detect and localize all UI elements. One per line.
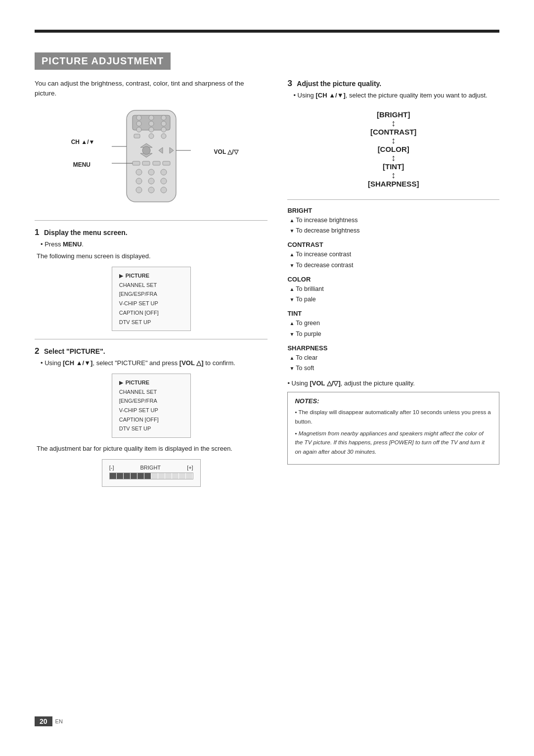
svg-point-3	[149, 115, 154, 120]
divider-2	[35, 339, 267, 339]
intro-text: You can adjust the brightness, contrast,…	[35, 79, 267, 99]
color-down: To pale	[289, 294, 499, 305]
attr-list-bright: To increase brightness To decrease brigh…	[289, 215, 499, 236]
svg-point-2	[136, 115, 141, 120]
svg-rect-22	[163, 161, 170, 165]
quality-item-bright: [BRIGHT]	[377, 111, 410, 118]
attr-list-tint: To green To purple	[289, 318, 499, 339]
bright-down: To decrease brightness	[289, 226, 499, 236]
menu-item-1: ▶ PICTURE	[119, 271, 183, 281]
divider-1	[35, 220, 267, 221]
svg-point-12	[149, 134, 154, 139]
left-column: You can adjust the brightness, contrast,…	[35, 79, 267, 495]
svg-rect-21	[153, 161, 160, 165]
quality-item-tint: [TINT]	[383, 163, 404, 170]
attr-section: BRIGHT To increase brightness To decreas…	[287, 207, 499, 374]
svg-rect-20	[142, 161, 150, 165]
remote-svg	[97, 108, 206, 207]
svg-point-8	[136, 127, 141, 132]
step-3-number: 3 Adjust the picture quality.	[287, 79, 499, 89]
step-3: 3 Adjust the picture quality. • Using [C…	[287, 79, 499, 101]
menu-item-2: CHANNEL SET	[119, 281, 183, 290]
quality-diagram: [BRIGHT] ↕ [CONTRAST] ↕ [COLOR] ↕ [TINT]…	[287, 111, 499, 188]
step-2: 2 Select "PICTURE". • Using [CH ▲/▼], se…	[35, 346, 267, 487]
notes-title: NOTES:	[295, 397, 492, 405]
page-number-container: 20 EN	[35, 716, 63, 726]
top-rule	[35, 30, 499, 33]
svg-point-30	[148, 187, 154, 193]
step-3-bullet1: • Using [CH ▲/▼], select the picture qua…	[293, 91, 499, 101]
attr-list-contrast: To increase contrast To decrease contras…	[289, 249, 499, 271]
svg-point-24	[148, 169, 154, 175]
vol-label: VOL △/▽	[214, 148, 238, 155]
remote-diagram: CH ▲/▼ MENU VOL △/▽	[35, 108, 267, 208]
section-title: PICTURE ADJUSTMENT	[42, 55, 164, 67]
quality-item-sharpness: [SHARPNESS]	[368, 180, 419, 188]
menu-screen-2: ▶ PICTURE CHANNEL SET [ENG/ESP/FRA V-CHI…	[112, 374, 191, 438]
menu-item-5: CAPTION [OFF]	[119, 308, 183, 318]
svg-point-6	[149, 121, 154, 126]
svg-point-25	[161, 169, 167, 175]
adj-bar-container: [-] BRIGHT [+]	[102, 459, 201, 487]
svg-point-4	[161, 115, 166, 120]
step-3-content: • Using [CH ▲/▼], select the picture qua…	[289, 91, 499, 101]
step-1-bullet1: • Press MENU.	[41, 239, 267, 250]
quality-arrow-3: ↕	[391, 153, 396, 162]
contrast-up: To increase contrast	[289, 249, 499, 260]
bright-up: To increase brightness	[289, 215, 499, 226]
menu-s2-item-6: DTV SET UP	[119, 424, 183, 433]
contrast-down: To decrease contrast	[289, 260, 499, 271]
menu-s2-item-1: ▶ PICTURE	[119, 378, 183, 387]
sharpness-up: To clear	[289, 353, 499, 363]
two-column-layout: You can adjust the brightness, contrast,…	[35, 79, 499, 495]
step-2-number: 2 Select "PICTURE".	[35, 346, 267, 356]
menu-label: MENU	[73, 161, 90, 168]
svg-point-26	[136, 178, 142, 184]
section-title-bar: PICTURE ADJUSTMENT	[35, 52, 171, 70]
tint-down: To purple	[289, 329, 499, 339]
attr-title-bright: BRIGHT	[287, 207, 499, 214]
menu-item-6: DTV SET UP	[119, 318, 183, 327]
svg-point-13	[161, 134, 166, 139]
page-number-badge: 20	[35, 716, 52, 726]
vol-line: • Using [VOL △/▽], adjust the picture qu…	[287, 379, 499, 387]
step-1-number: 1 Display the menu screen.	[35, 228, 267, 237]
svg-point-16	[142, 146, 150, 154]
menu-item-4: V-CHIP SET UP	[119, 299, 183, 308]
attr-title-contrast: CONTRAST	[287, 241, 499, 248]
svg-rect-11	[134, 134, 140, 138]
attr-title-tint: TINT	[287, 310, 499, 317]
menu-s2-item-3: [ENG/ESP/FRA	[119, 396, 183, 406]
step-1-content: • Press MENU. The following menu screen …	[37, 239, 267, 262]
note-1: • The display will disappear automatical…	[295, 408, 492, 426]
page: PICTURE ADJUSTMENT You can adjust the br…	[0, 0, 534, 756]
menu-screen-1: ▶ PICTURE CHANNEL SET [ENG/ESP/FRA V-CHI…	[112, 267, 191, 331]
svg-point-27	[148, 178, 154, 184]
quality-item-color: [COLOR]	[378, 145, 409, 153]
notes-text: • The display will disappear automatical…	[295, 408, 492, 456]
svg-point-10	[161, 127, 166, 132]
step-2-note: The adjustment bar for picture quality i…	[37, 444, 267, 454]
svg-point-23	[136, 169, 142, 175]
quality-arrow-4: ↕	[391, 171, 396, 180]
svg-point-7	[161, 121, 166, 126]
svg-point-29	[136, 187, 142, 193]
right-column: 3 Adjust the picture quality. • Using [C…	[287, 79, 499, 495]
remote-container: CH ▲/▼ MENU VOL △/▽	[97, 108, 206, 208]
notes-box: NOTES: • The display will disappear auto…	[287, 392, 499, 465]
menu-s2-item-2: CHANNEL SET	[119, 387, 183, 397]
attr-title-color: COLOR	[287, 276, 499, 283]
menu-item-3: [ENG/ESP/FRA	[119, 289, 183, 299]
svg-point-9	[149, 127, 154, 132]
note-2: • Magnetism from nearby appliances and s…	[295, 429, 492, 456]
svg-point-28	[161, 178, 167, 184]
menu-s2-item-5: CAPTION [OFF]	[119, 415, 183, 425]
adj-bar-label: [-] BRIGHT [+]	[109, 465, 193, 471]
page-number-lang: EN	[55, 718, 63, 724]
quality-item-contrast: [CONTRAST]	[370, 128, 416, 136]
step-1-bullet2: The following menu screen is displayed.	[37, 251, 267, 262]
sharpness-down: To soft	[289, 363, 499, 374]
quality-arrow-1: ↕	[391, 119, 396, 128]
divider-right-1	[287, 199, 499, 200]
color-up: To brilliant	[289, 284, 499, 294]
